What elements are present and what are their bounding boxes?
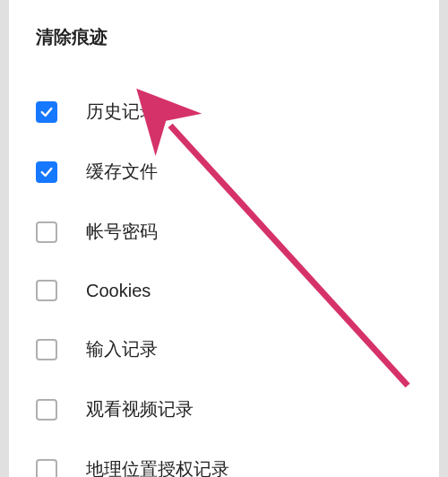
option-label: Cookies <box>86 281 151 301</box>
clear-traces-panel: 清除痕迹 历史记录缓存文件帐号密码Cookies输入记录观看视频记录地理位置授权… <box>9 0 439 477</box>
option-row-5[interactable]: 观看视频记录 <box>36 379 412 439</box>
options-list: 历史记录缓存文件帐号密码Cookies输入记录观看视频记录地理位置授权记录 <box>36 82 412 477</box>
option-row-4[interactable]: 输入记录 <box>36 319 412 379</box>
checkbox-unchecked-icon[interactable] <box>36 459 57 478</box>
checkbox-checked-icon[interactable] <box>36 101 57 123</box>
option-row-6[interactable]: 地理位置授权记录 <box>36 439 412 477</box>
checkbox-checked-icon[interactable] <box>36 161 57 183</box>
checkbox-unchecked-icon[interactable] <box>36 339 57 360</box>
option-label: 缓存文件 <box>86 160 158 184</box>
checkbox-unchecked-icon[interactable] <box>36 280 57 301</box>
checkbox-unchecked-icon[interactable] <box>36 221 57 243</box>
option-row-2[interactable]: 帐号密码 <box>36 202 412 262</box>
option-row-3[interactable]: Cookies <box>36 262 412 319</box>
option-label: 帐号密码 <box>86 220 158 244</box>
option-row-1[interactable]: 缓存文件 <box>36 142 412 202</box>
checkbox-unchecked-icon[interactable] <box>36 399 57 421</box>
option-label: 地理位置授权记录 <box>86 457 229 477</box>
option-label: 历史记录 <box>86 100 158 124</box>
panel-title: 清除痕迹 <box>36 25 412 49</box>
option-row-0[interactable]: 历史记录 <box>36 82 412 142</box>
option-label: 观看视频记录 <box>86 397 194 421</box>
option-label: 输入记录 <box>86 337 158 361</box>
